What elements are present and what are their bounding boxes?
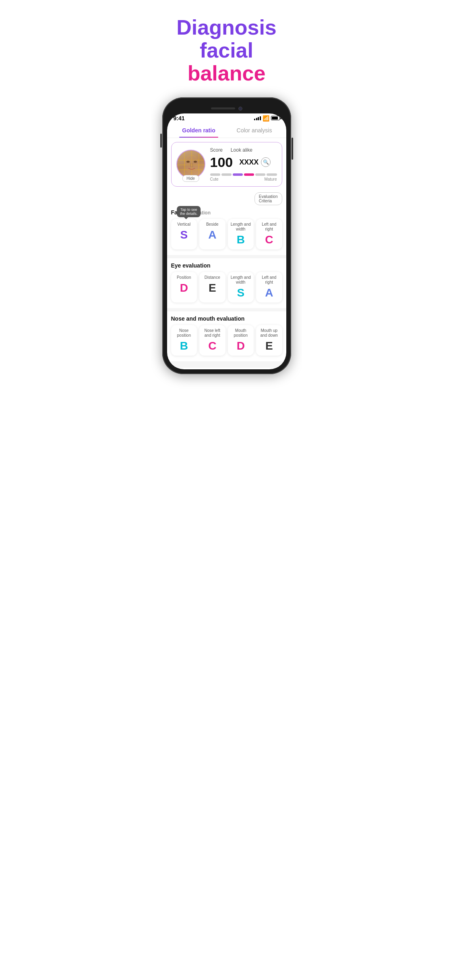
- grade-label-left-right: Left and right: [259, 222, 280, 232]
- score-number: 100: [210, 154, 233, 170]
- gauge-labels: Cute Mature: [210, 177, 277, 181]
- phone-screen: 9:41 📶: [167, 113, 286, 369]
- grade-letter-length-width: B: [230, 233, 252, 246]
- grade-card-left-right[interactable]: Left and right C: [256, 219, 282, 249]
- grade-letter-eye-length-width: S: [230, 286, 252, 299]
- tab-golden-ratio[interactable]: Golden ratio: [171, 123, 227, 138]
- eye-evaluation-section: Eye evaluation Position D Distance E: [167, 260, 286, 307]
- status-bar: 9:41 📶: [167, 113, 286, 123]
- grade-card-vertical[interactable]: Tap to seethe details. Vertical S: [171, 219, 197, 249]
- hide-button[interactable]: Hide: [182, 175, 199, 182]
- grade-letter-left-right: C: [259, 233, 280, 246]
- grade-label-nose-position: Nose position: [174, 328, 195, 338]
- avatar-wrap: Hide: [176, 150, 205, 179]
- score-info: Score Look alike 100 XXXX 🔍: [210, 147, 277, 181]
- grade-label-eye-position: Position: [174, 275, 195, 280]
- grade-label-eye-left-right: Left and right: [259, 275, 280, 285]
- score-labels: Score Look alike: [210, 147, 277, 153]
- svg-point-7: [186, 161, 190, 163]
- svg-point-8: [194, 161, 197, 163]
- look-alike-wrap: XXXX 🔍: [239, 157, 271, 167]
- grade-card-mouth-up-down[interactable]: Mouth up and down E: [256, 325, 282, 356]
- nose-mouth-evaluation-section: Nose and mouth evaluation Nose position …: [167, 313, 286, 360]
- look-alike-value: XXXX: [239, 158, 259, 167]
- hero-title: Diagnosis facial balance: [151, 0, 302, 93]
- phone-mockup: 9:41 📶: [151, 93, 302, 382]
- scroll-content: Hide Score Look alike 100 XXXX: [167, 138, 286, 369]
- grade-card-nose-left-right[interactable]: Nose left and right C: [199, 325, 225, 356]
- nose-mouth-eval-title: Nose and mouth evaluation: [167, 313, 286, 325]
- grade-letter-eye-distance: E: [202, 282, 223, 294]
- grade-card-beside[interactable]: Beside A: [199, 219, 225, 249]
- eye-eval-grid: Position D Distance E Length and width: [167, 272, 286, 307]
- grade-label-mouth-position: Mouth position: [230, 328, 252, 338]
- nose-mouth-eval-grid: Nose position B Nose left and right C Mo…: [167, 325, 286, 360]
- search-icon[interactable]: 🔍: [261, 157, 271, 167]
- grade-label-nose-left-right: Nose left and right: [202, 328, 223, 338]
- grade-label-mouth-up-down: Mouth up and down: [259, 328, 280, 338]
- tab-color-analysis[interactable]: Color analysis: [227, 123, 282, 138]
- grade-letter-beside: A: [202, 229, 223, 241]
- grade-label-length-width: Length and width: [230, 222, 252, 232]
- face-eval-grid: Tap to seethe details. Vertical S Beside…: [167, 219, 286, 253]
- avatar: [176, 150, 205, 179]
- score-label: Score: [210, 147, 223, 153]
- grade-letter-nose-left-right: C: [202, 340, 223, 352]
- phone-outer: 9:41 📶: [162, 97, 291, 374]
- grade-label-eye-distance: Distance: [202, 275, 223, 280]
- eval-criteria-button[interactable]: EvaluationCriteria: [254, 192, 282, 205]
- eval-criteria-wrap: EvaluationCriteria: [167, 191, 286, 207]
- face-evaluation-section: Face evaluation Tap to seethe details. V…: [167, 207, 286, 253]
- svg-point-6: [184, 155, 199, 173]
- status-icons: 📶: [254, 115, 280, 121]
- grade-letter-eye-left-right: A: [259, 286, 280, 299]
- face-grid-overlay: [177, 150, 205, 179]
- grade-card-mouth-position[interactable]: Mouth position D: [228, 325, 254, 356]
- signal-icon: [254, 116, 261, 120]
- grade-label-beside: Beside: [202, 222, 223, 227]
- grade-label-vertical: Vertical: [174, 222, 195, 227]
- grade-letter-mouth-position: D: [230, 340, 252, 352]
- gauge-bar: Cute Mature: [210, 173, 277, 181]
- grade-letter-mouth-up-down: E: [259, 340, 280, 352]
- section-divider-3: [167, 361, 286, 368]
- eye-eval-title: Eye evaluation: [167, 260, 286, 272]
- grade-label-eye-length-width: Length and width: [230, 275, 252, 285]
- section-divider-2: [167, 308, 286, 311]
- score-values: 100 XXXX 🔍: [210, 154, 277, 170]
- status-time: 9:41: [174, 115, 185, 121]
- camera-icon: [238, 107, 242, 111]
- grade-card-eye-distance[interactable]: Distance E: [199, 272, 225, 303]
- score-card: Hide Score Look alike 100 XXXX: [171, 142, 282, 187]
- grade-card-eye-left-right[interactable]: Left and right A: [256, 272, 282, 303]
- section-divider-1: [167, 255, 286, 258]
- grade-letter-vertical: S: [174, 229, 195, 241]
- look-alike-label: Look alike: [231, 147, 252, 153]
- grade-card-eye-length-width[interactable]: Length and width S: [228, 272, 254, 303]
- grade-letter-nose-position: B: [174, 340, 195, 352]
- grade-card-eye-position[interactable]: Position D: [171, 272, 197, 303]
- tooltip: Tap to seethe details.: [177, 206, 201, 217]
- tab-bar: Golden ratio Color analysis: [167, 123, 286, 138]
- wifi-icon: 📶: [263, 115, 269, 121]
- grade-card-length-width[interactable]: Length and width B: [228, 219, 254, 249]
- grade-card-nose-position[interactable]: Nose position B: [171, 325, 197, 356]
- battery-icon: [271, 116, 280, 120]
- grade-letter-eye-position: D: [174, 282, 195, 294]
